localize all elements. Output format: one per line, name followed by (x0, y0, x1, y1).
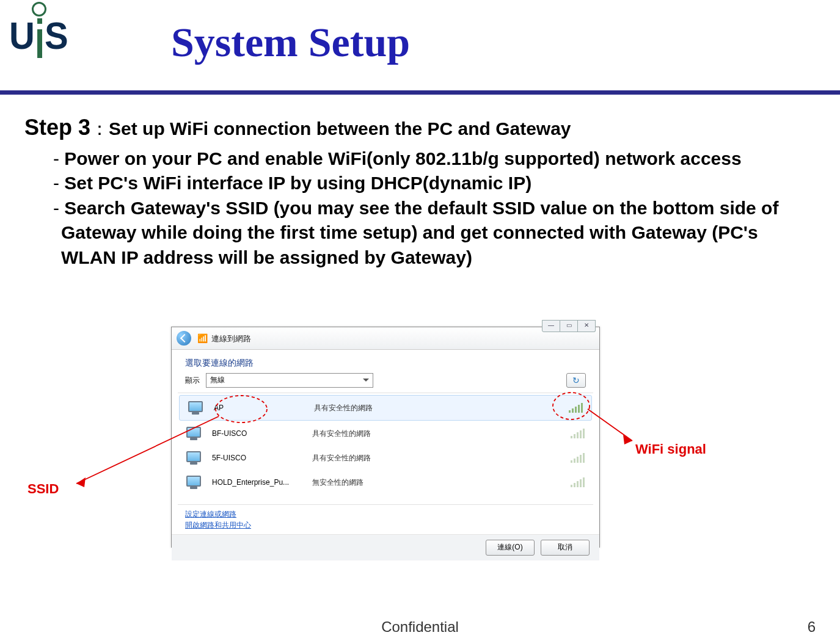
network-security: 無安全性的網路 (312, 479, 562, 486)
maximize-button[interactable]: ▭ (560, 320, 578, 332)
network-ssid: HOLD_Enterprise_Pu... (212, 479, 304, 486)
step-description: Set up WiFi connection between the PC an… (109, 118, 571, 139)
connect-button[interactable]: 連線(O) (486, 540, 535, 556)
network-security: 具有安全性的網路 (312, 430, 562, 437)
signal-icon (571, 429, 585, 438)
back-button[interactable] (177, 331, 191, 346)
svg-marker-5 (623, 435, 632, 444)
open-sharing-center-link[interactable]: 開啟網路和共用中心 (185, 520, 586, 531)
select-network-label: 選取要連線的網路 (172, 350, 599, 373)
signal-icon (571, 477, 585, 487)
network-ssid: BF-UISCO (212, 430, 304, 437)
step-heading: Step 3：Set up WiFi connection between th… (24, 113, 816, 143)
setup-connection-link[interactable]: 設定連線或網路 (185, 509, 586, 520)
computer-icon (186, 476, 203, 489)
logo: UiS (9, 2, 70, 53)
cancel-button[interactable]: 取消 (541, 540, 590, 556)
logo-text: UiS (9, 16, 70, 55)
dialog-links: 設定連線或網路 開啟網路和共用中心 (172, 505, 599, 534)
network-list: AP 具有安全性的網路 BF-UISCO 具有安全性的網路 5F-UISCO 具… (178, 393, 593, 505)
network-item-ap[interactable]: AP 具有安全性的網路 (179, 395, 592, 421)
bullet-2: - Set PC's WiFi interface IP by using DH… (24, 171, 816, 196)
filter-dropdown[interactable]: 無線 (206, 373, 373, 388)
minimize-button[interactable]: — (542, 320, 560, 332)
network-ssid: AP (214, 404, 305, 411)
network-ssid: 5F-UISCO (212, 454, 304, 462)
window-title: 連線到網路 (211, 335, 251, 343)
dialog-button-row: 連線(O) 取消 (172, 534, 599, 560)
slide-footer: Confidential 6 (0, 620, 840, 634)
annotation-ssid: SSID (27, 482, 59, 496)
title-rule (0, 90, 840, 95)
network-item-5f[interactable]: 5F-UISCO 具有安全性的網路 (178, 446, 593, 470)
network-item-hold[interactable]: HOLD_Enterprise_Pu... 無安全性的網路 (178, 470, 593, 495)
step-label: Step 3 (24, 115, 90, 140)
bullet-3: - Search Gateway's SSID (you may see the… (24, 196, 816, 270)
svg-marker-3 (76, 477, 86, 487)
annotation-wifi-signal: WiFi signal (635, 443, 706, 456)
network-security: 具有安全性的網路 (312, 454, 562, 462)
refresh-button[interactable]: ↻ (566, 373, 586, 388)
filter-row: 顯示 無線 ↻ (172, 373, 599, 393)
network-dialog: — ▭ ✕ 📶 連線到網路 選取要連線的網路 顯示 無線 ↻ AP 具有安全性的… (171, 327, 600, 548)
network-security: 具有安全性的網路 (314, 404, 560, 411)
footer-page-number: 6 (808, 620, 816, 634)
step-colon: ： (90, 118, 109, 139)
window-titlebar: 📶 連線到網路 (172, 327, 599, 350)
network-icon: 📶 (197, 333, 208, 343)
content-block: Step 3：Set up WiFi connection between th… (24, 113, 816, 270)
bullet-1: - Power on your PC and enable WiFi(only … (24, 147, 816, 172)
signal-icon (571, 453, 585, 463)
window-controls: — ▭ ✕ (542, 320, 596, 332)
slide-title: System Setup (171, 21, 410, 63)
signal-icon (569, 403, 583, 413)
network-item-bf[interactable]: BF-UISCO 具有安全性的網路 (178, 421, 593, 446)
filter-label: 顯示 (185, 377, 200, 384)
close-button[interactable]: ✕ (578, 320, 596, 332)
computer-icon (186, 427, 203, 440)
computer-icon (188, 401, 205, 415)
footer-confidential: Confidential (381, 620, 459, 634)
computer-icon (186, 451, 203, 465)
